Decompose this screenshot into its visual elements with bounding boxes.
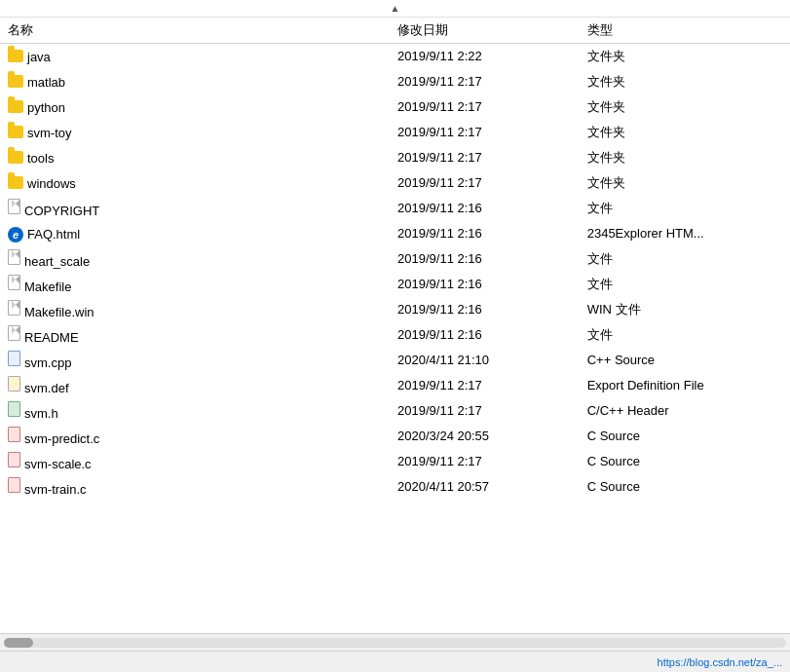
file-table: 名称 修改日期 类型 java2019/9/11 2:22文件夹matlab20… [0, 18, 790, 500]
file-name-text: svm-train.c [24, 482, 87, 497]
file-name-cell: svm-predict.c [0, 424, 390, 449]
file-date-cell: 2019/9/11 2:17 [390, 120, 580, 145]
file-type-cell: C Source [580, 449, 790, 474]
c-icon [8, 429, 20, 444]
file-name-text: tools [27, 151, 54, 166]
table-row[interactable]: eFAQ.html2019/9/11 2:162345Explorer HTM.… [0, 221, 790, 246]
file-name-cell: svm-scale.c [0, 449, 390, 474]
table-row[interactable]: java2019/9/11 2:22文件夹 [0, 44, 790, 69]
file-date-cell: 2020/4/11 21:10 [390, 348, 580, 373]
file-name-text: matlab [27, 75, 65, 90]
file-type-cell: 文件 [580, 322, 790, 348]
file-date-cell: 2020/3/24 20:55 [390, 424, 580, 449]
file-name-text: svm.h [24, 406, 58, 421]
file-name-cell: svm-train.c [0, 474, 390, 500]
file-name-cell: tools [0, 145, 390, 170]
file-name-text: heart_scale [24, 254, 90, 269]
file-name-text: svm.cpp [24, 355, 71, 370]
file-name-cell: Makefile [0, 272, 390, 297]
file-name-cell: svm.h [0, 398, 390, 424]
table-row[interactable]: Makefile.win2019/9/11 2:16WIN 文件 [0, 297, 790, 322]
file-type-cell: 文件 [580, 246, 790, 272]
file-type-cell: 文件 [580, 272, 790, 297]
table-row[interactable]: python2019/9/11 2:17文件夹 [0, 94, 790, 120]
file-name-cell: windows [0, 170, 390, 196]
file-name-cell: svm.cpp [0, 348, 390, 373]
scrollbar-thumb[interactable] [4, 638, 33, 648]
col-name-header[interactable]: 名称 [0, 18, 390, 44]
file-type-cell: 文件夹 [580, 44, 790, 69]
table-row[interactable]: README2019/9/11 2:16文件 [0, 322, 790, 348]
def-icon [8, 379, 20, 393]
file-name-cell: java [0, 44, 390, 69]
file-icon [8, 278, 20, 292]
file-name-cell: eFAQ.html [0, 221, 390, 246]
file-date-cell: 2019/9/11 2:22 [390, 44, 580, 69]
folder-icon [8, 99, 23, 114]
table-row[interactable]: matlab2019/9/11 2:17文件夹 [0, 69, 790, 94]
file-name-text: svm-predict.c [24, 431, 99, 446]
file-date-cell: 2019/9/11 2:17 [390, 449, 580, 474]
file-name-text: java [27, 50, 51, 64]
file-date-cell: 2019/9/11 2:17 [390, 373, 580, 398]
file-name-text: Makefile [24, 280, 71, 294]
file-name-text: windows [27, 176, 76, 191]
file-type-cell: 文件夹 [580, 94, 790, 120]
file-name-text: python [27, 100, 65, 115]
file-name-cell: python [0, 94, 390, 120]
file-name-text: Makefile.win [24, 305, 94, 319]
table-row[interactable]: heart_scale2019/9/11 2:16文件 [0, 246, 790, 272]
file-type-cell: 文件 [580, 196, 790, 221]
table-row[interactable]: svm-scale.c2019/9/11 2:17C Source [0, 449, 790, 474]
file-name-cell: svm.def [0, 373, 390, 398]
table-row[interactable]: svm.h2019/9/11 2:17C/C++ Header [0, 398, 790, 424]
file-type-cell: WIN 文件 [580, 297, 790, 322]
file-name-cell: svm-toy [0, 120, 390, 145]
table-header-row: 名称 修改日期 类型 [0, 18, 790, 44]
file-type-cell: Export Definition File [580, 373, 790, 398]
horizontal-scrollbar[interactable] [0, 633, 790, 651]
folder-icon [8, 125, 23, 139]
file-icon [8, 202, 20, 216]
file-name-cell: README [0, 322, 390, 348]
file-type-cell: C/C++ Header [580, 398, 790, 424]
table-row[interactable]: svm-predict.c2020/3/24 20:55C Source [0, 424, 790, 449]
file-date-cell: 2019/9/11 2:17 [390, 398, 580, 424]
table-row[interactable]: Makefile2019/9/11 2:16文件 [0, 272, 790, 297]
table-row[interactable]: svm-toy2019/9/11 2:17文件夹 [0, 120, 790, 145]
file-type-cell: 文件夹 [580, 120, 790, 145]
folder-icon [8, 150, 23, 165]
table-row[interactable]: COPYRIGHT2019/9/11 2:16文件 [0, 196, 790, 221]
up-arrow-bar[interactable]: ▲ [0, 0, 790, 18]
table-row[interactable]: svm.cpp2020/4/11 21:10C++ Source [0, 348, 790, 373]
col-type-header[interactable]: 类型 [580, 18, 790, 44]
html-icon: e [8, 225, 23, 240]
col-date-header[interactable]: 修改日期 [390, 18, 580, 44]
file-name-text: FAQ.html [27, 227, 80, 242]
file-date-cell: 2019/9/11 2:16 [390, 246, 580, 272]
folder-icon [8, 175, 23, 190]
table-row[interactable]: windows2019/9/11 2:17文件夹 [0, 170, 790, 196]
scrollbar-track[interactable] [4, 638, 786, 648]
file-name-text: COPYRIGHT [24, 204, 99, 218]
status-bar: https://blog.csdn.net/za_... [0, 651, 790, 672]
file-type-cell: 文件夹 [580, 170, 790, 196]
status-url: https://blog.csdn.net/za_... [658, 656, 782, 668]
file-name-text: svm-toy [27, 126, 72, 140]
file-name-text: svm-scale.c [24, 457, 92, 471]
file-date-cell: 2019/9/11 2:17 [390, 94, 580, 120]
file-date-cell: 2019/9/11 2:17 [390, 170, 580, 196]
file-name-text: README [24, 330, 79, 345]
file-date-cell: 2019/9/11 2:16 [390, 322, 580, 348]
folder-icon [8, 74, 23, 89]
file-date-cell: 2019/9/11 2:17 [390, 145, 580, 170]
file-type-cell: C++ Source [580, 348, 790, 373]
table-row[interactable]: tools2019/9/11 2:17文件夹 [0, 145, 790, 170]
h-icon [8, 404, 20, 419]
file-name-cell: heart_scale [0, 246, 390, 272]
file-name-cell: matlab [0, 69, 390, 94]
file-name-text: svm.def [24, 381, 69, 395]
table-row[interactable]: svm.def2019/9/11 2:17Export Definition F… [0, 373, 790, 398]
file-icon [8, 328, 20, 343]
table-row[interactable]: svm-train.c2020/4/11 20:57C Source [0, 474, 790, 500]
